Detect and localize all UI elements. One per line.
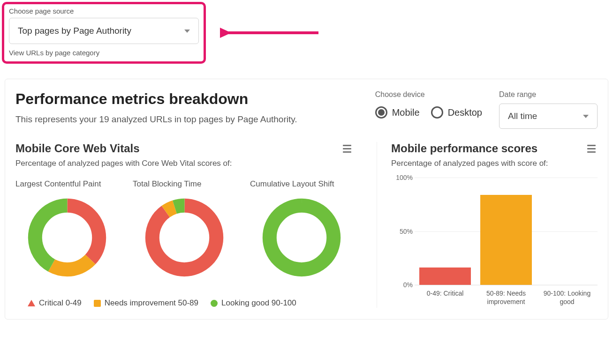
performance-card: Performance metrics breakdown This repre… [5,79,608,319]
device-radio-mobile[interactable]: Mobile [375,106,420,119]
donut-chart-tbt [142,195,227,280]
bar-red [419,267,471,285]
bar-xlabel-critical: 0-49: Critical [417,289,473,306]
vitals-menu-icon[interactable] [341,143,353,155]
square-icon [94,300,101,307]
ytick-0: 0% [391,281,413,289]
radio-icon [431,106,443,119]
page-source-highlight-box: Choose page source Top pages by Page Aut… [2,2,206,64]
triangle-icon [28,300,35,306]
legend-good-label: Looking good 90-100 [221,298,296,308]
chevron-down-icon [184,30,190,33]
donut-label-lcp: Largest Contentful Paint [15,179,119,189]
scores-subtitle: Percentage of analyzed pages with score … [391,159,598,168]
bar-xlabel-good: 90-100: Looking good [539,289,595,306]
donut-chart-lcp [25,195,109,280]
date-range-select[interactable]: All time [499,104,598,129]
device-label: Choose device [375,90,482,99]
svg-point-7 [270,206,333,269]
ytick-100: 100% [391,174,413,181]
donut-label-cls: Cumulative Layout Shift [250,179,353,189]
legend-critical-label: Critical 0-49 [39,298,82,308]
legend-critical: Critical 0-49 [28,298,82,308]
donut-chart-cls [259,195,344,280]
main-subtitle: This represents your 19 analyzed URLs in… [15,114,297,125]
legend-needs-label: Needs improvement 50-89 [105,298,198,308]
bar-chart-scores: 100% 50% 0% [415,178,598,285]
device-mobile-label: Mobile [392,107,420,118]
page-source-selected: Top pages by Page Authority [18,26,131,36]
svg-point-6 [152,206,216,269]
scores-title: Mobile performance scores [391,142,537,155]
ytick-50: 50% [391,228,413,235]
view-urls-link[interactable]: View URLs by page category [9,49,199,57]
vitals-subtitle: Percentage of analyzed pages with Core W… [15,159,353,168]
device-radio-desktop[interactable]: Desktop [431,106,482,119]
main-title: Performance metrics breakdown [15,90,297,108]
bar-orange [480,195,532,285]
page-source-select[interactable]: Top pages by Page Authority [9,18,199,44]
legend-needs: Needs improvement 50-89 [94,298,198,308]
page-source-label: Choose page source [9,7,199,15]
scores-menu-icon[interactable] [585,143,598,155]
legend-good: Looking good 90-100 [211,298,296,308]
date-range-selected: All time [508,111,537,121]
circle-icon [211,300,218,307]
svg-point-3 [35,206,99,269]
radio-icon [375,106,387,119]
vitals-title: Mobile Core Web Vitals [15,142,140,155]
chevron-down-icon [583,115,589,118]
highlight-arrow-icon [220,21,323,45]
donut-label-tbt: Total Blocking Time [133,179,236,189]
device-desktop-label: Desktop [448,107,482,118]
date-range-label: Date range [499,90,598,99]
bar-xlabel-needs: 50-89: Needs improvement [478,289,534,306]
